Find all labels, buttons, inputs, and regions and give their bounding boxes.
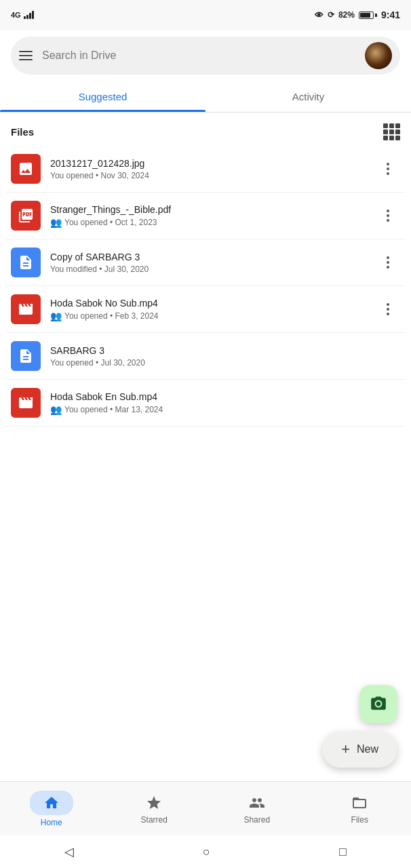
eye-icon: 👁 [315, 10, 324, 20]
plus-icon: + [341, 741, 350, 758]
new-label: New [357, 743, 378, 755]
image-file-icon [11, 154, 41, 184]
nav-files[interactable]: Files [309, 793, 412, 825]
list-item[interactable]: 20131217_012428.jpg You opened • Nov 30,… [5, 146, 406, 193]
carrier-label: 4G [11, 11, 21, 19]
avatar[interactable] [365, 42, 392, 69]
file-info: Stranger_Things_-_Bible.pdf 👥 You opened… [50, 204, 376, 228]
file-more-button[interactable] [376, 203, 400, 228]
three-dots-icon [387, 163, 389, 175]
nav-home[interactable]: Home [0, 791, 103, 827]
recents-button[interactable]: □ [339, 845, 347, 859]
signal-icon [24, 11, 34, 19]
rotation-icon: ⟳ [328, 10, 334, 20]
three-dots-icon [387, 210, 389, 222]
tab-suggested[interactable]: Suggested [0, 81, 206, 112]
files-label: Files [351, 815, 368, 825]
home-icon [42, 793, 61, 812]
pdf-file-icon [11, 201, 41, 231]
file-list: 20131217_012428.jpg You opened • Nov 30,… [0, 146, 411, 427]
file-name: 20131217_012428.jpg [50, 158, 376, 169]
file-name: SARBARG 3 [50, 345, 359, 356]
file-meta: You opened • Jul 30, 2020 [50, 358, 359, 368]
shared-icon: 👥 [50, 217, 62, 228]
file-name: Hoda Sabok En Sub.mp4 [50, 391, 400, 402]
home-button[interactable]: ○ [203, 845, 210, 859]
list-item[interactable]: SARBARG 3 You opened • Jul 30, 2020 [5, 333, 406, 380]
status-left: 4G [11, 11, 34, 19]
file-meta: 👥 You opened • Oct 1, 2023 [50, 217, 376, 228]
shared-icon: 👥 [50, 404, 62, 415]
grid-view-icon[interactable] [383, 123, 400, 140]
file-name: Copy of SARBARG 3 [50, 252, 376, 262]
file-more-button[interactable] [376, 157, 400, 181]
fab-new-button[interactable]: + New [322, 731, 397, 768]
menu-icon[interactable] [19, 51, 33, 60]
list-item[interactable]: Hoda Sabok No Sub.mp4 👥 You opened • Feb… [5, 286, 406, 333]
list-item[interactable]: Hoda Sabok En Sub.mp4 👥 You opened • Mar… [5, 380, 406, 427]
tab-activity[interactable]: Activity [206, 81, 411, 112]
list-item[interactable]: Stranger_Things_-_Bible.pdf 👥 You opened… [5, 193, 406, 239]
file-info: SARBARG 3 You opened • Jul 30, 2020 [50, 345, 359, 368]
shared-label: Shared [243, 815, 270, 825]
file-meta: 👥 You opened • Feb 3, 2024 [50, 311, 376, 321]
files-header: Files [0, 113, 411, 146]
three-dots-icon [387, 256, 389, 269]
file-meta: 👥 You opened • Mar 13, 2024 [50, 404, 400, 415]
fab-camera-button[interactable] [359, 685, 397, 723]
shared-nav-icon [248, 793, 267, 812]
star-icon [144, 793, 163, 812]
nav-shared[interactable]: Shared [206, 793, 309, 825]
fab-container: + New [322, 685, 397, 768]
search-placeholder[interactable]: Search in Drive [42, 50, 365, 62]
video-file-icon [11, 294, 41, 324]
file-name: Hoda Sabok No Sub.mp4 [50, 298, 376, 309]
nav-starred[interactable]: Starred [103, 793, 206, 825]
file-more-button[interactable] [376, 250, 400, 275]
files-title: Files [11, 126, 34, 138]
file-meta: You opened • Nov 30, 2024 [50, 171, 376, 180]
file-info: Hoda Sabok No Sub.mp4 👥 You opened • Feb… [50, 298, 376, 321]
battery-percent: 82% [338, 10, 355, 20]
status-right: 👁 ⟳ 82% 9:41 [315, 9, 400, 20]
file-meta: You modified • Jul 30, 2020 [50, 264, 376, 274]
home-label: Home [41, 818, 62, 827]
search-bar[interactable]: Search in Drive [11, 37, 400, 75]
file-more-button[interactable] [376, 297, 400, 321]
tabs-container: Suggested Activity [0, 81, 411, 113]
file-info: Hoda Sabok En Sub.mp4 👥 You opened • Mar… [50, 391, 400, 415]
folder-icon [350, 793, 369, 812]
doc-file-icon [11, 248, 41, 277]
starred-label: Starred [141, 815, 168, 825]
back-button[interactable]: ◁ [64, 844, 74, 859]
list-item[interactable]: Copy of SARBARG 3 You modified • Jul 30,… [5, 239, 406, 286]
battery-icon [359, 12, 377, 19]
file-info: 20131217_012428.jpg You opened • Nov 30,… [50, 158, 376, 180]
time-label: 9:41 [381, 9, 400, 20]
status-bar: 4G 👁 ⟳ 82% 9:41 [0, 0, 411, 30]
video-file-icon [11, 388, 41, 418]
file-info: Copy of SARBARG 3 You modified • Jul 30,… [50, 252, 376, 274]
file-name: Stranger_Things_-_Bible.pdf [50, 204, 376, 215]
shared-icon: 👥 [50, 311, 62, 321]
android-nav: ◁ ○ □ [0, 835, 411, 868]
bottom-nav: Home Starred Shared Files [0, 781, 411, 835]
doc-file-icon [11, 341, 41, 371]
three-dots-icon [387, 303, 389, 315]
home-icon-bg [30, 791, 73, 815]
